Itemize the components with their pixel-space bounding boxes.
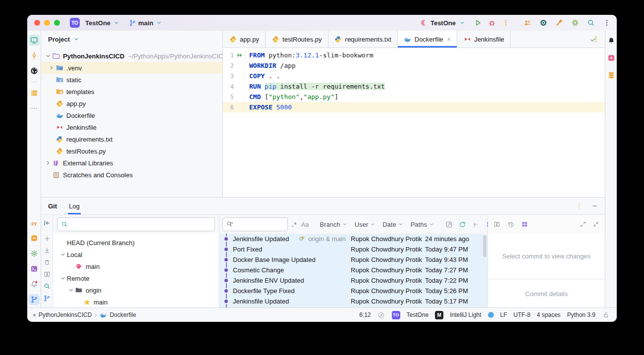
chev-down[interactable] <box>59 274 67 282</box>
line-separator[interactable]: LF <box>500 311 507 318</box>
notifications-tool-icon[interactable] <box>29 279 40 290</box>
tab-testroutes-py[interactable]: testRoutes.py <box>266 31 328 48</box>
close-tab-icon[interactable]: × <box>447 36 451 43</box>
commit-row[interactable]: Jenkinsfile Updatedorigin & mainRupok Ch… <box>219 234 487 244</box>
git-branch-blue-icon[interactable] <box>43 294 51 302</box>
tree-item-static[interactable]: static <box>41 74 222 86</box>
code-line-5[interactable]: 5CMD ["python","app.py"] <box>223 92 605 102</box>
ai-atom-icon[interactable] <box>571 19 579 27</box>
add-branch-icon[interactable] <box>43 235 51 243</box>
highlight-off-icon[interactable] <box>377 311 385 319</box>
theme-name[interactable]: IntelliJ Light <box>450 311 481 318</box>
breadcrumb-project[interactable]: PythonJenkinsCICD <box>39 311 92 318</box>
quote-icon[interactable] <box>472 220 480 228</box>
tree-item-dockerfile[interactable]: Dockerfile <box>41 109 222 121</box>
commit-row[interactable]: Jenkinsfile UpdatedRupok Chowdhury Proti… <box>219 296 487 306</box>
branch-item-head-current-branch[interactable]: HEAD (Current Branch) <box>53 237 219 249</box>
tab-requirements-txt[interactable]: requirements.txt <box>328 31 398 48</box>
collapse-left-icon[interactable] <box>43 219 51 227</box>
breadcrumb-file[interactable]: Dockerfile <box>109 311 136 318</box>
commit-tool-icon[interactable] <box>29 50 40 61</box>
filter-user[interactable]: User <box>355 221 376 228</box>
python-interpreter[interactable]: Python 3.9 <box>567 311 595 318</box>
tree-item-requirements-txt[interactable]: requirements.txt <box>41 133 222 145</box>
regex-toggle[interactable]: .* <box>292 221 297 228</box>
search-everywhere-icon[interactable] <box>587 19 595 27</box>
checkout-icon[interactable] <box>43 247 51 254</box>
branch-item-main[interactable]: main <box>53 296 219 308</box>
project-widget[interactable]: TestOne <box>407 311 429 318</box>
branch-item-origin[interactable]: origin <box>53 284 219 296</box>
tree-item-venv[interactable]: .venv <box>41 62 222 74</box>
build-icon[interactable] <box>555 19 563 27</box>
code-with-me-icon[interactable] <box>524 19 532 27</box>
indent-style[interactable]: 4 spaces <box>537 311 561 318</box>
grid-view-icon[interactable] <box>521 220 529 228</box>
status-dot[interactable] <box>488 312 494 318</box>
commit-search-input[interactable] <box>236 220 284 229</box>
tree-item-templates[interactable]: templates <box>41 86 222 98</box>
filter-paths[interactable]: Paths <box>411 221 434 228</box>
terminal-tool-icon[interactable] <box>29 263 40 274</box>
project-selector[interactable]: TestOne <box>85 19 120 27</box>
run-icon[interactable] <box>474 19 482 27</box>
commit-row[interactable]: Port FixedRupok Chowdhury ProtikToday 9:… <box>219 244 487 254</box>
python-console-icon[interactable]: py <box>29 217 40 228</box>
match-case-toggle[interactable]: Aa <box>301 221 309 228</box>
debug-icon[interactable] <box>488 19 496 27</box>
compare-branch-icon[interactable] <box>43 270 51 278</box>
tree-item-testroutes-py[interactable]: testRoutes.py <box>41 145 222 157</box>
hide-icon[interactable] <box>591 202 599 210</box>
delete-branch-icon[interactable] <box>43 258 51 266</box>
minimize-window-button[interactable] <box>44 20 50 26</box>
tree-item-external-libraries[interactable]: External Libraries <box>41 157 222 169</box>
goto-hash-icon[interactable] <box>445 220 453 228</box>
inspections-ok-icon[interactable] <box>589 36 597 44</box>
code-line-4[interactable]: 4RUN pip install -r requirements.txt <box>223 81 605 92</box>
python-packages-icon[interactable] <box>29 233 40 244</box>
tab-log[interactable]: Log <box>68 198 81 214</box>
zoom-window-button[interactable] <box>54 20 60 26</box>
run-line-icon[interactable] <box>234 52 245 58</box>
chev-down[interactable] <box>59 251 67 258</box>
gear-tool-icon[interactable] <box>29 248 40 259</box>
tree-item-app-py[interactable]: app.py <box>41 98 222 109</box>
database-tool-icon[interactable] <box>606 70 617 81</box>
file-encoding[interactable]: UTF-8 <box>514 311 531 318</box>
compare-branch-icon[interactable] <box>493 220 501 228</box>
branch-item-local[interactable]: Local <box>53 249 219 260</box>
tab-jenkinsfile[interactable]: Jenkinsfile <box>457 31 511 48</box>
code-line-2[interactable]: 2WORKDIR /app <box>223 60 605 71</box>
expand-icon[interactable] <box>579 220 587 228</box>
chev-right[interactable] <box>44 159 52 167</box>
commit-row[interactable]: Docker Base Image UpdatedRupok Chowdhury… <box>219 254 487 265</box>
branch-selector[interactable]: main <box>128 19 163 27</box>
tree-item-jenkinsfile[interactable]: Jenkinsfile <box>41 121 222 133</box>
shrink-icon[interactable] <box>592 220 600 228</box>
chev-right[interactable] <box>48 64 55 72</box>
branch-item-main[interactable]: main <box>53 260 219 272</box>
git-tool-icon[interactable] <box>29 294 40 305</box>
close-window-button[interactable] <box>34 20 40 26</box>
tab-dockerfile[interactable]: Dockerfile× <box>398 31 457 48</box>
code-line-3[interactable]: 3COPY . . <box>223 71 605 81</box>
history-icon[interactable] <box>507 220 515 228</box>
profiler-icon[interactable] <box>539 19 547 27</box>
filter-branch[interactable]: Branch <box>320 221 348 228</box>
commit-row[interactable]: Dockerfile Type FixedRupok Chowdhury Pro… <box>219 286 487 296</box>
branch-search-input[interactable] <box>70 220 212 229</box>
code-line-6[interactable]: 6EXPOSE 5000 <box>223 102 605 112</box>
tab-app-py[interactable]: app.py <box>223 31 266 48</box>
code-line-1[interactable]: 1FROM python:3.12.1-slim-bookworm <box>223 50 605 60</box>
run-configuration-selector[interactable]: TestOne <box>420 19 466 27</box>
project-tool-icon[interactable] <box>29 35 40 46</box>
stripe-more-icon[interactable] <box>29 103 40 114</box>
editor-content[interactable]: 1FROM python:3.12.1-slim-bookworm2WORKDI… <box>223 48 605 197</box>
ai-assistant-icon[interactable] <box>606 52 617 63</box>
project-view-selector[interactable]: Project <box>48 36 70 43</box>
unlocked-icon[interactable] <box>602 311 610 319</box>
titlebar-more-icon[interactable] <box>603 19 611 27</box>
tree-item-pythonjenkinscicd[interactable]: PythonJenkinsCICD~/PythonApps/PythonJenk… <box>41 50 222 62</box>
commit-row[interactable]: Cosmetic ChangeRupok Chowdhury ProtikTod… <box>219 265 487 275</box>
caret-position[interactable]: 6:12 <box>359 311 371 318</box>
